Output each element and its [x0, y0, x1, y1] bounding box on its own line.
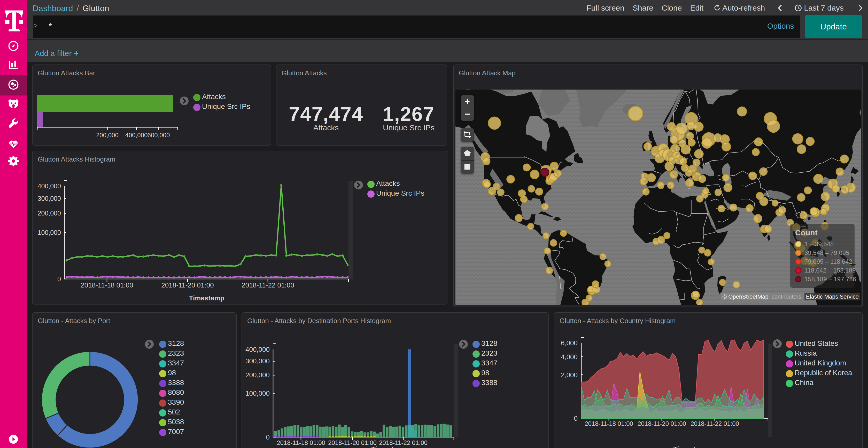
- svg-text:2018-11-18 01:00: 2018-11-18 01:00: [277, 439, 325, 446]
- svg-text:200,000: 200,000: [96, 132, 119, 139]
- svg-text:100,000: 100,000: [38, 229, 61, 236]
- svg-text:2018-11-20 01:00: 2018-11-20 01:00: [161, 281, 214, 289]
- svg-text:600,000: 600,000: [148, 132, 170, 139]
- svg-text:400,000: 400,000: [245, 346, 270, 353]
- svg-text:400,000: 400,000: [38, 182, 61, 190]
- svg-text:2018-11-22 01:00: 2018-11-22 01:00: [379, 439, 428, 446]
- svg-text:2018-11-20 01:00: 2018-11-20 01:00: [328, 439, 377, 446]
- svg-text:200,000: 200,000: [38, 210, 61, 217]
- svg-text:2018-11-22 01:00: 2018-11-22 01:00: [690, 420, 739, 427]
- svg-text:200,000: 200,000: [245, 371, 270, 379]
- svg-text:Timestamp: Timestamp: [189, 294, 224, 302]
- svg-text:0: 0: [574, 414, 578, 422]
- svg-text:4,000: 4,000: [561, 353, 578, 361]
- svg-text:2018-11-20 01:00: 2018-11-20 01:00: [638, 420, 686, 427]
- svg-text:400,000: 400,000: [125, 132, 148, 139]
- svg-text:2018-11-18 01:00: 2018-11-18 01:00: [585, 420, 633, 427]
- svg-text:0: 0: [266, 433, 270, 441]
- svg-text:2018-11-22 01:00: 2018-11-22 01:00: [242, 281, 294, 289]
- svg-text:300,000: 300,000: [38, 195, 61, 202]
- svg-text:2018-11-18 01:00: 2018-11-18 01:00: [81, 281, 133, 289]
- svg-text:6,000: 6,000: [561, 339, 578, 347]
- svg-text:100,000: 100,000: [245, 389, 270, 397]
- svg-text:0: 0: [57, 275, 61, 283]
- svg-text:2,000: 2,000: [561, 371, 578, 379]
- svg-text:300,000: 300,000: [245, 357, 270, 365]
